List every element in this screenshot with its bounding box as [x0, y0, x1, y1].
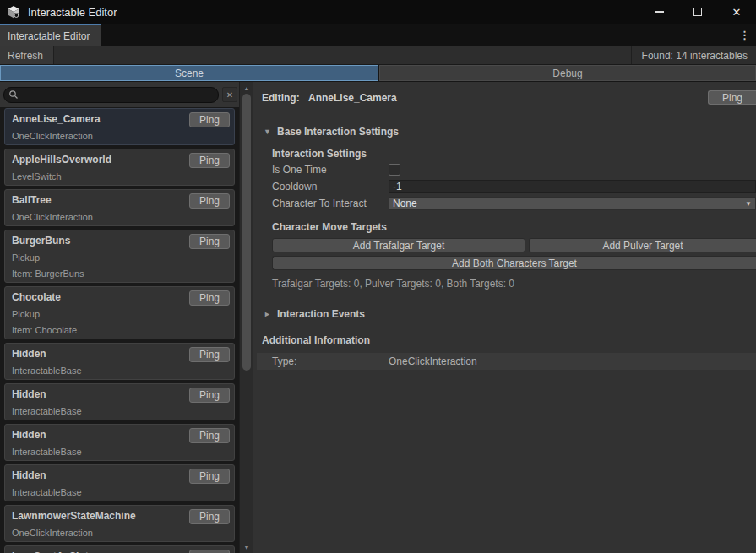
- list-item[interactable]: Chocolate PickupItem: Chocolate Ping: [4, 286, 235, 339]
- toolbar-spacer: [54, 46, 631, 64]
- ping-button[interactable]: Ping: [189, 347, 230, 362]
- base-foldout-label: Base Interaction Settings: [277, 126, 399, 138]
- is-one-time-row: Is One Time: [272, 163, 756, 176]
- scene-list-panel: ✕ AnneLise_Camera OneClickInteraction Pi…: [0, 82, 239, 553]
- ping-button[interactable]: Ping: [189, 388, 230, 403]
- add-both-characters-target-button[interactable]: Add Both Characters Target: [272, 256, 756, 270]
- list-item[interactable]: AppleHillsOverworld LevelSwitch Ping: [4, 149, 235, 186]
- search-field-wrap: [3, 87, 219, 103]
- ping-button[interactable]: Ping: [189, 469, 230, 484]
- list-item-subtitle: OneClickInteraction: [12, 131, 227, 141]
- list-item[interactable]: BurgerBuns PickupItem: BurgerBuns Ping: [4, 230, 235, 283]
- tab-interactable-editor[interactable]: Interactable Editor: [0, 24, 101, 46]
- is-one-time-checkbox[interactable]: [389, 164, 400, 176]
- search-icon: [8, 89, 19, 100]
- list-item-sublines: InteractableBase: [12, 406, 227, 416]
- ping-button[interactable]: Ping: [189, 509, 230, 524]
- dropdown-arrow-icon: ▼: [745, 200, 752, 208]
- search-input[interactable]: [3, 87, 219, 103]
- list-item[interactable]: LawnmowerStateMachine OneClickInteractio…: [4, 505, 235, 542]
- list-item[interactable]: AnneLise_Camera OneClickInteraction Ping: [4, 108, 235, 145]
- editing-header: Editing: AnneLise_Camera Ping: [262, 90, 756, 105]
- interaction-events-foldout[interactable]: ► Interaction Events: [264, 308, 756, 320]
- found-count-label: Found: 14 interactables: [631, 46, 756, 64]
- list-item-sublines: LevelSwitch: [12, 171, 227, 182]
- list-item-sublines: InteractableBase: [12, 366, 227, 376]
- list-item-sublines: InteractableBase: [12, 487, 227, 497]
- tab-scene[interactable]: Scene: [0, 65, 378, 81]
- list-item[interactable]: Hidden InteractableBase Ping: [4, 383, 235, 420]
- list-item-sublines: PickupItem: BurgerBuns: [12, 252, 227, 279]
- foldout-closed-icon: ►: [264, 310, 271, 318]
- editing-ping-button[interactable]: Ping: [708, 90, 756, 105]
- type-value: OneClickInteraction: [389, 355, 477, 367]
- interactable-editor-window: Interactable Editor ✕ Interactable Edito…: [0, 0, 756, 553]
- cooldown-label: Cooldown: [272, 181, 389, 192]
- list-item[interactable]: Hidden InteractableBase Ping: [4, 464, 235, 501]
- editor-panel: Editing: AnneLise_Camera Ping ▼ Base Int…: [253, 82, 756, 553]
- character-to-interact-label: Character To Interact: [272, 198, 389, 209]
- ping-button[interactable]: Ping: [189, 193, 230, 209]
- ping-button[interactable]: Ping: [189, 290, 230, 306]
- ping-button[interactable]: Ping: [189, 234, 230, 249]
- add-trafalgar-target-button[interactable]: Add Trafalgar Target: [272, 238, 525, 252]
- refresh-button[interactable]: Refresh: [0, 46, 54, 64]
- scroll-up-arrow-icon[interactable]: ▲: [240, 82, 253, 94]
- editing-value: AnneLise_Camera: [308, 92, 397, 104]
- add-pulver-target-button[interactable]: Add Pulver Target: [529, 238, 756, 252]
- interaction-settings-header: Interaction Settings: [272, 148, 756, 160]
- ping-button[interactable]: Ping: [189, 428, 230, 443]
- list-item-subtitle: OneClickInteraction: [12, 528, 227, 538]
- targets-summary: Trafalgar Targets: 0, Pulver Targets: 0,…: [272, 278, 756, 290]
- foldout-open-icon: ▼: [264, 127, 271, 136]
- close-button[interactable]: ✕: [717, 0, 756, 24]
- list-item[interactable]: Hidden InteractableBase Ping: [4, 343, 235, 380]
- scrollbar-thumb[interactable]: [242, 94, 251, 371]
- list-item-subtitle: Pickup: [12, 252, 227, 263]
- cooldown-row: Cooldown -1: [272, 180, 756, 193]
- ping-button[interactable]: Ping: [189, 550, 230, 553]
- list-item-subtitle: InteractableBase: [12, 447, 227, 457]
- search-clear-button[interactable]: ✕: [222, 87, 237, 102]
- doc-tab-bar: Interactable Editor ⋮: [0, 24, 756, 46]
- character-move-targets-header: Character Move Targets: [272, 221, 756, 233]
- list-scrollbar[interactable]: ▲ ▼: [239, 82, 253, 553]
- character-to-interact-dropdown[interactable]: None ▼: [389, 197, 756, 210]
- type-row: Type: OneClickInteraction: [257, 353, 756, 370]
- title-bar: Interactable Editor ✕: [0, 0, 756, 24]
- window-menu-button[interactable]: ⋮: [733, 24, 756, 46]
- main-content: ✕ AnneLise_Camera OneClickInteraction Pi…: [0, 82, 756, 553]
- add-target-button-row: Add Trafalgar Target Add Pulver Target: [272, 238, 756, 252]
- additional-information-header: Additional Information: [262, 334, 756, 346]
- list-item-subtitle: InteractableBase: [12, 487, 227, 497]
- toolbar: Refresh Found: 14 interactables: [0, 46, 756, 65]
- list-item[interactable]: BallTree OneClickInteraction Ping: [4, 189, 235, 226]
- minimize-icon: [655, 11, 664, 13]
- unity-cube-icon: [6, 4, 21, 19]
- base-settings-body: Interaction Settings Is One Time Cooldow…: [272, 148, 756, 290]
- maximize-button[interactable]: [678, 0, 717, 24]
- minimize-button[interactable]: [639, 0, 678, 24]
- mode-tab-bar: Scene Debug: [0, 65, 756, 82]
- character-to-interact-row: Character To Interact None ▼: [272, 197, 756, 210]
- ping-button[interactable]: Ping: [189, 112, 230, 127]
- interactable-list: AnneLise_Camera OneClickInteraction Ping…: [0, 107, 239, 553]
- maximize-icon: [693, 8, 702, 16]
- list-item-subtitle: OneClickInteraction: [12, 212, 227, 222]
- window-title: Interactable Editor: [28, 6, 117, 19]
- base-interaction-settings-foldout[interactable]: ▼ Base Interaction Settings: [264, 126, 756, 138]
- ping-button[interactable]: Ping: [189, 153, 230, 168]
- cooldown-field[interactable]: -1: [389, 180, 756, 193]
- close-icon: ✕: [732, 6, 742, 19]
- list-item-sublines: InteractableBase: [12, 447, 227, 457]
- list-item-subtitle: InteractableBase: [12, 366, 227, 376]
- list-item[interactable]: Hidden InteractableBase Ping: [4, 424, 235, 461]
- list-item[interactable]: LureSpotA_Slot Ping: [4, 545, 235, 553]
- list-item-sublines: OneClickInteraction: [12, 131, 227, 141]
- clear-icon: ✕: [226, 90, 233, 100]
- scroll-down-arrow-icon[interactable]: ▼: [240, 541, 253, 553]
- doc-tab-label: Interactable Editor: [8, 30, 90, 42]
- list-item-subtitle: InteractableBase: [12, 406, 227, 416]
- events-foldout-label: Interaction Events: [277, 308, 365, 320]
- tab-debug[interactable]: Debug: [379, 65, 756, 81]
